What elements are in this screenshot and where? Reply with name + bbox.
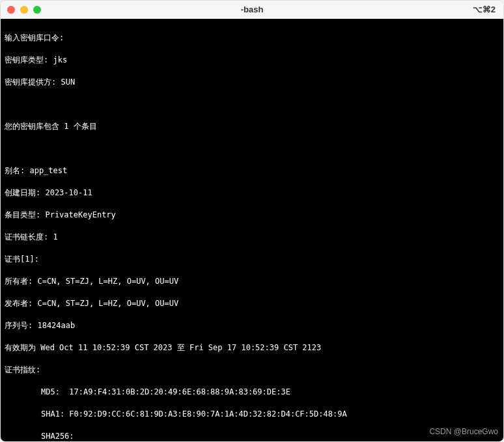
output-line: 密钥库提供方: SUN <box>5 77 499 88</box>
window-title: -bash <box>241 5 264 14</box>
output-line: 创建日期: 2023-10-11 <box>5 187 499 199</box>
blank-line <box>5 143 499 154</box>
minimize-icon[interactable] <box>20 6 28 14</box>
window-shortcut: ⌥⌘2 <box>473 5 496 14</box>
output-line: 密钥库类型: jks <box>5 55 499 66</box>
output-line: SHA1: F0:92:D9:CC:6C:81:9D:A3:E8:90:7A:1… <box>5 409 499 420</box>
watermark: CSDN @BruceGwo <box>429 426 498 437</box>
zoom-icon[interactable] <box>33 6 41 14</box>
output-line: 您的密钥库包含 1 个条目 <box>5 121 499 132</box>
output-line: 证书链长度: 1 <box>5 232 499 243</box>
output-line: 所有者: C=CN, ST=ZJ, L=HZ, O=UV, OU=UV <box>5 276 499 287</box>
output-line: 输入密钥库口令: <box>5 33 499 44</box>
output-line: 序列号: 18424aab <box>5 320 499 331</box>
output-line: 证书[1]: <box>5 254 499 265</box>
output-line: SHA256: 16:3D:ED:B7:83:23:C1:EC:8E:A7:73… <box>5 431 499 441</box>
output-line: 有效期为 Wed Oct 11 10:52:39 CST 2023 至 Fri … <box>5 342 499 353</box>
blank-line <box>5 99 499 110</box>
output-line: MD5: 17:A9:F4:31:0B:2D:20:49:6E:68:88:9A… <box>5 387 499 398</box>
traffic-lights <box>7 6 41 14</box>
titlebar[interactable]: -bash ⌥⌘2 <box>1 1 503 19</box>
output-line: 证书指纹: <box>5 365 499 376</box>
terminal-window: -bash ⌥⌘2 输入密钥库口令: 密钥库类型: jks 密钥库提供方: SU… <box>0 0 504 442</box>
output-line: 别名: app_test <box>5 165 499 176</box>
terminal-content[interactable]: 输入密钥库口令: 密钥库类型: jks 密钥库提供方: SUN 您的密钥库包含 … <box>1 19 503 441</box>
output-line: 条目类型: PrivateKeyEntry <box>5 210 499 221</box>
output-line: 发布者: C=CN, ST=ZJ, L=HZ, O=UV, OU=UV <box>5 298 499 309</box>
close-icon[interactable] <box>7 6 15 14</box>
